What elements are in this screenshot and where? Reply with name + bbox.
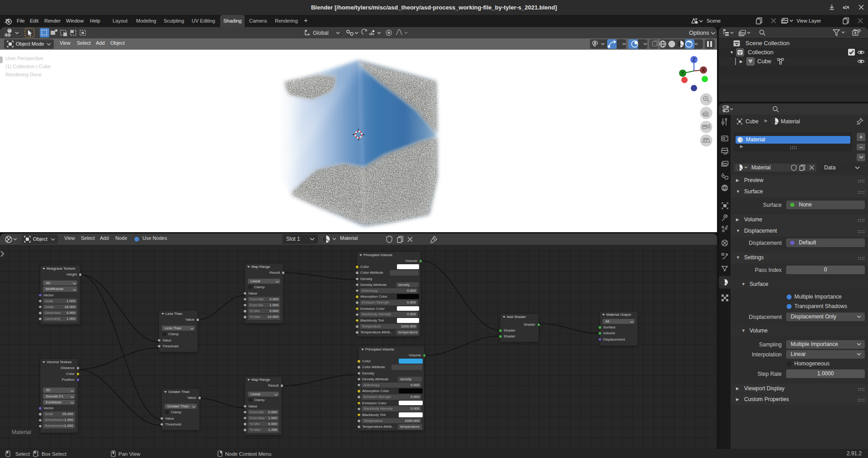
svg-text:Select: Select xyxy=(15,451,30,457)
svg-text:Global: Global xyxy=(313,30,329,36)
svg-text:X: X xyxy=(702,68,705,73)
svg-text:Pan View: Pan View xyxy=(118,451,141,457)
svg-text:Box Select: Box Select xyxy=(42,451,67,457)
svg-text:Y: Y xyxy=(681,71,684,76)
svg-text:Z: Z xyxy=(693,57,695,62)
svg-text:Node Context Menu: Node Context Menu xyxy=(225,451,271,457)
